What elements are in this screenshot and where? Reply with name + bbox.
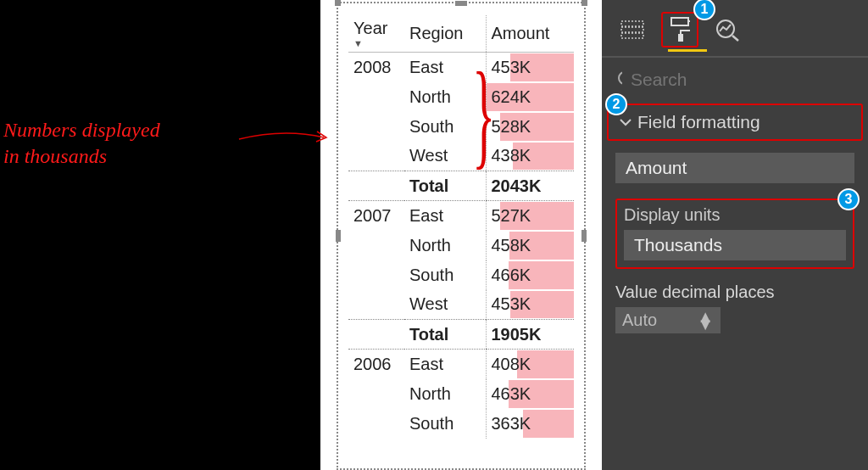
column-header-region[interactable]: Region	[404, 15, 486, 53]
region-cell: South	[404, 409, 486, 439]
svg-rect-4	[678, 34, 683, 42]
region-cell: South	[404, 260, 486, 290]
fields-icon	[620, 20, 644, 39]
total-amount: 1905K	[486, 320, 574, 350]
annotation-panel: Numbers displayed in thousands	[0, 0, 320, 470]
total-label: Total	[404, 320, 486, 350]
column-header-amount[interactable]: Amount	[486, 15, 574, 53]
total-label: Total	[404, 171, 486, 201]
resize-handle[interactable]	[581, 230, 587, 242]
region-cell: West	[404, 142, 486, 171]
paint-roller-icon	[670, 17, 690, 42]
region-cell: East	[404, 350, 486, 379]
resize-handle[interactable]	[581, 0, 587, 6]
search-icon	[617, 70, 622, 89]
year-cell	[348, 112, 404, 142]
year-cell	[348, 290, 404, 320]
year-cell	[348, 231, 404, 260]
table-row[interactable]: South528K	[348, 112, 574, 142]
table-row[interactable]: South466K	[348, 260, 574, 290]
amount-cell: 466K	[486, 260, 574, 290]
year-cell	[348, 379, 404, 409]
svg-point-6	[619, 72, 622, 84]
sort-desc-icon: ▼	[353, 38, 399, 48]
amount-cell: 527K	[486, 201, 574, 231]
annotation-line2: in thousands	[3, 145, 107, 167]
amount-cell: 408K	[486, 350, 574, 379]
table-row[interactable]: West453K	[348, 290, 574, 320]
format-tabs	[602, 8, 868, 58]
resize-handle[interactable]	[335, 0, 341, 6]
table-row[interactable]: North458K	[348, 231, 574, 260]
svg-rect-2	[621, 33, 643, 38]
region-cell: South	[404, 112, 486, 142]
format-tab[interactable]	[661, 12, 698, 48]
amount-cell: 453K	[486, 53, 574, 82]
year-cell	[348, 142, 404, 171]
year-cell: 2006	[348, 350, 404, 379]
table-row[interactable]: 2007East527K	[348, 201, 574, 231]
annotation-line1: Numbers displayed	[3, 119, 160, 141]
region-cell: East	[404, 201, 486, 231]
callout-2: 2	[605, 93, 627, 115]
display-units-group: 3 Display units Thousands	[615, 199, 854, 269]
amount-cell: 438K	[486, 142, 574, 171]
region-cell: North	[404, 379, 486, 409]
amount-cell: 458K	[486, 231, 574, 260]
total-row[interactable]: Total1905K	[348, 320, 574, 350]
data-table: Year ▼ Region Amount 2008East453KNorth62…	[348, 15, 574, 439]
amount-cell: 453K	[486, 290, 574, 320]
svg-rect-0	[621, 21, 643, 26]
table-row[interactable]: West438K	[348, 142, 574, 171]
table-row[interactable]: North624K	[348, 82, 574, 112]
chevron-down-icon	[619, 115, 632, 129]
section-title: Field formatting	[637, 112, 760, 132]
matrix-visual[interactable]: Year ▼ Region Amount 2008East453KNorth62…	[337, 2, 586, 470]
annotation-text: Numbers displayed in thousands	[3, 117, 160, 170]
region-cell: East	[404, 53, 486, 82]
total-row[interactable]: Total2043K	[348, 171, 574, 201]
year-cell	[348, 260, 404, 290]
format-pane: 1 2 Field formatting Amount 3 Display un…	[602, 0, 868, 470]
region-cell: West	[404, 290, 486, 320]
amount-cell: 463K	[486, 379, 574, 409]
search-input[interactable]	[631, 70, 853, 90]
table-row[interactable]: 2008East453K	[348, 53, 574, 82]
table-row[interactable]: North463K	[348, 379, 574, 409]
visual-canvas: Year ▼ Region Amount 2008East453KNorth62…	[320, 0, 602, 470]
svg-rect-1	[621, 27, 643, 32]
resize-handle[interactable]	[336, 230, 341, 242]
region-cell: North	[404, 231, 486, 260]
decimal-places-label: Value decimal places	[615, 283, 854, 302]
display-units-label: Display units	[624, 205, 846, 225]
analytics-icon	[715, 18, 740, 42]
search-row	[602, 58, 868, 102]
active-tab-underline	[668, 49, 707, 52]
analytics-tab[interactable]	[709, 12, 746, 48]
region-cell: North	[404, 82, 486, 112]
svg-rect-3	[671, 18, 688, 25]
year-cell: 2007	[348, 201, 404, 231]
column-header-year[interactable]: Year ▼	[348, 15, 404, 53]
year-cell	[348, 409, 404, 439]
display-units-dropdown[interactable]: Thousands	[624, 230, 846, 260]
amount-cell: 363K	[486, 409, 574, 439]
fields-tab[interactable]	[614, 12, 651, 48]
total-amount: 2043K	[486, 171, 574, 201]
amount-cell: 624K	[486, 82, 574, 112]
field-dropdown[interactable]: Amount	[615, 153, 854, 183]
decimal-value: Auto	[622, 311, 657, 330]
field-formatting-section[interactable]: 2 Field formatting	[607, 104, 863, 141]
table-row[interactable]: 2006East408K	[348, 350, 574, 379]
amount-cell: 528K	[486, 112, 574, 142]
section-content: Amount 3 Display units Thousands Value d…	[602, 151, 868, 335]
annotation-arrow	[237, 124, 331, 149]
spinner-down-icon[interactable]: ▼	[697, 321, 714, 328]
decimal-places-spinner[interactable]: Auto ▲ ▼	[615, 307, 721, 333]
table-row[interactable]: South363K	[348, 409, 574, 439]
year-cell	[348, 82, 404, 112]
callout-3: 3	[837, 188, 860, 210]
year-cell: 2008	[348, 53, 404, 82]
spinner-arrows[interactable]: ▲ ▼	[697, 313, 714, 328]
resize-handle[interactable]	[455, 1, 467, 6]
